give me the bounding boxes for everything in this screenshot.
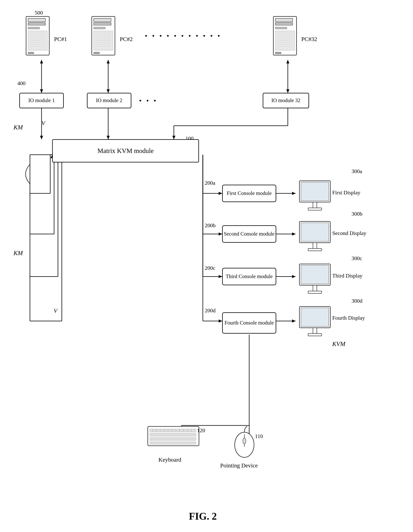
svg-rect-98	[301, 182, 329, 201]
svg-rect-84	[275, 18, 293, 22]
svg-rect-114	[150, 429, 196, 432]
io-module-2: IO module 2	[87, 93, 131, 108]
svg-marker-12	[107, 136, 110, 139]
svg-rect-115	[150, 433, 196, 436]
io-module-1: IO module 1	[19, 93, 64, 108]
label-keyboard: Keyboard	[158, 456, 181, 463]
label-pointing: Pointing Device	[220, 462, 258, 469]
svg-marker-34	[292, 275, 295, 278]
svg-marker-28	[219, 320, 222, 323]
label-400: 400	[17, 80, 26, 86]
pc2-tower	[91, 16, 118, 61]
svg-rect-111	[313, 328, 317, 333]
svg-rect-71	[94, 23, 111, 25]
label-200c: 200c	[205, 265, 215, 271]
label-200a: 200a	[205, 180, 215, 186]
fourth-console-module: Fourth Console module	[222, 312, 276, 333]
label-pc1: PC#1	[54, 36, 67, 42]
label-200b: 200b	[205, 222, 216, 228]
label-display2: Second Display	[332, 230, 367, 236]
svg-rect-99	[313, 202, 317, 208]
diagram-container: 500 PC#1	[0, 0, 413, 532]
svg-rect-68	[28, 52, 34, 54]
label-300d: 300d	[352, 298, 362, 304]
io-module-32: IO module 32	[263, 93, 309, 108]
label-v2: V	[54, 307, 57, 314]
label-300c: 300c	[352, 255, 362, 261]
keyboard	[147, 426, 201, 453]
label-110: 110	[255, 433, 263, 439]
svg-rect-116	[150, 437, 196, 440]
label-120: 120	[197, 428, 205, 434]
svg-rect-108	[308, 291, 322, 293]
svg-rect-72	[94, 27, 105, 29]
label-display1: First Display	[332, 190, 360, 196]
svg-rect-107	[313, 285, 317, 291]
matrix-kvm-module: Matrix KVM module	[52, 139, 199, 162]
label-300a: 300a	[352, 168, 362, 174]
label-300b: 300b	[352, 211, 362, 217]
svg-rect-70	[94, 18, 111, 22]
svg-rect-85	[275, 23, 293, 25]
second-console-module: Second Console module	[222, 225, 276, 243]
svg-marker-7	[286, 89, 289, 93]
label-500: 500	[35, 10, 43, 16]
pointing-device	[232, 426, 257, 461]
svg-marker-16	[172, 136, 175, 139]
svg-rect-104	[308, 248, 322, 251]
svg-rect-106	[301, 265, 329, 284]
svg-marker-36	[292, 320, 295, 323]
svg-rect-56	[28, 18, 46, 22]
svg-rect-117	[150, 442, 196, 444]
svg-rect-58	[28, 27, 40, 29]
label-200d: 200d	[205, 307, 216, 314]
svg-marker-10	[40, 136, 43, 139]
io-dots: • • •	[139, 97, 158, 105]
label-pc32: PC#32	[301, 36, 317, 42]
label-kvm3: KVM	[332, 340, 345, 348]
svg-marker-4	[107, 89, 110, 93]
svg-rect-82	[94, 52, 100, 54]
svg-marker-30	[292, 192, 295, 195]
pc1-tower	[25, 16, 52, 61]
svg-rect-86	[275, 27, 287, 29]
svg-marker-32	[292, 232, 295, 236]
pc-dots: • • • • • • • • • • •	[145, 32, 221, 40]
svg-marker-1	[40, 89, 43, 93]
svg-rect-112	[308, 333, 322, 336]
svg-rect-110	[301, 308, 329, 326]
svg-marker-19	[219, 192, 222, 195]
svg-rect-96	[275, 52, 281, 54]
label-pc2: PC#2	[120, 36, 133, 42]
label-km1: KM	[14, 124, 23, 131]
svg-rect-102	[301, 223, 329, 241]
fourth-display	[297, 305, 336, 341]
svg-rect-57	[28, 23, 46, 25]
svg-marker-22	[219, 232, 222, 236]
figure-title: FIG. 2	[164, 511, 241, 522]
pc32-tower	[272, 16, 299, 61]
svg-rect-103	[313, 243, 317, 248]
second-display	[297, 220, 336, 256]
svg-rect-100	[308, 208, 322, 210]
third-display	[297, 263, 336, 299]
first-console-module: First Console module	[222, 185, 276, 202]
label-display3: Third Display	[332, 273, 362, 279]
label-v1: V	[42, 120, 45, 126]
svg-marker-25	[219, 275, 222, 278]
label-km2: KM	[14, 249, 23, 256]
label-display4: Fourth Display	[332, 315, 365, 321]
first-display	[297, 180, 336, 215]
svg-point-131	[243, 438, 246, 444]
third-console-module: Third Console module	[222, 268, 276, 285]
